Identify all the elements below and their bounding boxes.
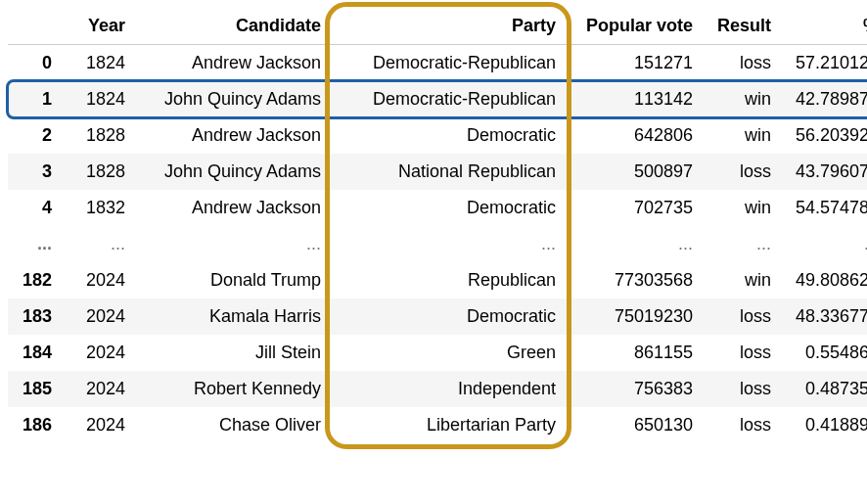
cell-party: Democratic (331, 190, 566, 226)
cell-percent: 48.336772 (781, 298, 867, 335)
cell-percent: 42.789878 (781, 81, 867, 117)
cell-percent: 0.418895 (781, 407, 867, 443)
cell-percent: 49.808629 (781, 262, 867, 298)
table-row: 11824John Quincy AdamsDemocratic-Republi… (8, 81, 867, 117)
table-row: 1862024Chase OliverLibertarian Party6501… (8, 407, 867, 443)
cell-vote: 861155 (566, 335, 703, 371)
cell-year: 2024 (62, 335, 135, 371)
cell-party: Republican (331, 262, 566, 298)
cell-ellipsis: ... (8, 226, 62, 262)
cell-vote: 702735 (566, 190, 703, 226)
cell-vote: 75019230 (566, 298, 703, 335)
header-index (8, 8, 62, 45)
cell-candidate: Andrew Jackson (135, 190, 331, 226)
cell-percent: 43.796073 (781, 154, 867, 190)
table-body: 01824Andrew JacksonDemocratic-Republican… (8, 45, 867, 444)
cell-result: win (703, 81, 781, 117)
cell-candidate: Andrew Jackson (135, 117, 331, 154)
cell-ellipsis: ... (566, 226, 703, 262)
cell-result: win (703, 190, 781, 226)
cell-percent: 57.210122 (781, 45, 867, 82)
table-row: 1832024Kamala HarrisDemocratic75019230lo… (8, 298, 867, 335)
cell-candidate: John Quincy Adams (135, 81, 331, 117)
header-popular-vote: Popular vote (566, 8, 703, 45)
header-percent: % (781, 8, 867, 45)
cell-party: Democratic (331, 298, 566, 335)
cell-year: 2024 (62, 262, 135, 298)
cell-vote: 650130 (566, 407, 703, 443)
cell-vote: 756383 (566, 371, 703, 407)
cell-percent: 0.554864 (781, 335, 867, 371)
table-row: 1852024Robert KennedyIndependent756383lo… (8, 371, 867, 407)
cell-vote: 642806 (566, 117, 703, 154)
cell-party: Green (331, 335, 566, 371)
cell-result: loss (703, 407, 781, 443)
cell-index: 1 (8, 81, 62, 117)
cell-index: 0 (8, 45, 62, 82)
cell-index: 183 (8, 298, 62, 335)
cell-index: 2 (8, 117, 62, 154)
cell-vote: 77303568 (566, 262, 703, 298)
header-result: Result (703, 8, 781, 45)
cell-party: Independent (331, 371, 566, 407)
cell-party: Democratic-Republican (331, 45, 566, 82)
header-row: Year Candidate Party Popular vote Result… (8, 8, 867, 45)
cell-party: Democratic-Republican (331, 81, 566, 117)
cell-index: 184 (8, 335, 62, 371)
cell-party: National Republican (331, 154, 566, 190)
cell-year: 2024 (62, 298, 135, 335)
cell-result: loss (703, 298, 781, 335)
cell-ellipsis: ... (703, 226, 781, 262)
cell-candidate: Kamala Harris (135, 298, 331, 335)
cell-vote: 500897 (566, 154, 703, 190)
cell-index: 186 (8, 407, 62, 443)
cell-year: 2024 (62, 407, 135, 443)
table-row: 1822024Donald TrumpRepublican77303568win… (8, 262, 867, 298)
cell-result: win (703, 117, 781, 154)
cell-ellipsis: ... (62, 226, 135, 262)
table-row: 41832Andrew JacksonDemocratic702735win54… (8, 190, 867, 226)
cell-vote: 113142 (566, 81, 703, 117)
cell-candidate: Donald Trump (135, 262, 331, 298)
cell-percent: 56.203927 (781, 117, 867, 154)
cell-result: loss (703, 371, 781, 407)
cell-year: 1828 (62, 117, 135, 154)
cell-candidate: John Quincy Adams (135, 154, 331, 190)
cell-candidate: Chase Oliver (135, 407, 331, 443)
cell-result: loss (703, 45, 781, 82)
cell-index: 3 (8, 154, 62, 190)
cell-year: 1824 (62, 45, 135, 82)
cell-party: Libertarian Party (331, 407, 566, 443)
ellipsis-row: ..................... (8, 226, 867, 262)
header-year: Year (62, 8, 135, 45)
cell-party: Democratic (331, 117, 566, 154)
cell-year: 1828 (62, 154, 135, 190)
header-candidate: Candidate (135, 8, 331, 45)
cell-candidate: Jill Stein (135, 335, 331, 371)
cell-result: loss (703, 335, 781, 371)
data-table: Year Candidate Party Popular vote Result… (8, 8, 867, 443)
cell-candidate: Andrew Jackson (135, 45, 331, 82)
cell-year: 1832 (62, 190, 135, 226)
table-row: 31828John Quincy AdamsNational Republica… (8, 154, 867, 190)
cell-result: win (703, 262, 781, 298)
table-row: 21828Andrew JacksonDemocratic642806win56… (8, 117, 867, 154)
table-row: 1842024Jill SteinGreen861155loss0.554864 (8, 335, 867, 371)
table-row: 01824Andrew JacksonDemocratic-Republican… (8, 45, 867, 82)
cell-ellipsis: ... (331, 226, 566, 262)
cell-ellipsis: ... (781, 226, 867, 262)
cell-candidate: Robert Kennedy (135, 371, 331, 407)
cell-year: 1824 (62, 81, 135, 117)
cell-ellipsis: ... (135, 226, 331, 262)
cell-index: 182 (8, 262, 62, 298)
header-party: Party (331, 8, 566, 45)
cell-year: 2024 (62, 371, 135, 407)
cell-vote: 151271 (566, 45, 703, 82)
cell-percent: 0.487357 (781, 371, 867, 407)
cell-index: 185 (8, 371, 62, 407)
cell-result: loss (703, 154, 781, 190)
cell-index: 4 (8, 190, 62, 226)
cell-percent: 54.574789 (781, 190, 867, 226)
